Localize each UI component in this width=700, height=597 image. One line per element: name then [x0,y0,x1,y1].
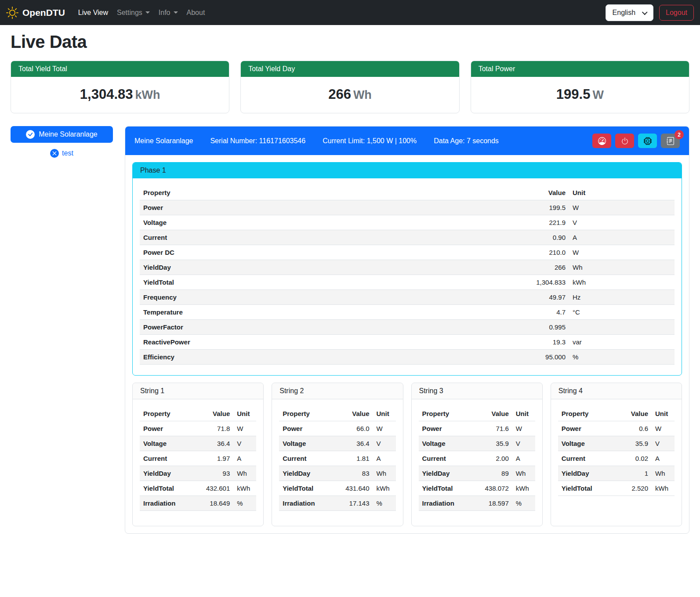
inverter-item-test[interactable]: test [11,149,113,158]
property-cell: YieldDay [140,466,192,481]
value-cell: 66.0 [332,421,373,436]
phase-panel-body: PropertyValueUnitPower199.5WVoltage221.9… [133,178,682,375]
card-value: 199.5W [471,77,689,113]
unit-cell: A [233,451,256,466]
unit-cell: kWh [512,481,535,496]
value-cell: 0.995 [396,320,569,335]
property-cell: YieldTotal [279,481,331,496]
string-card-body: PropertyValueUnitPower71.6WVoltage35.9VC… [412,399,542,526]
property-cell: Power [419,421,471,436]
event-log-button[interactable]: 2 [661,134,680,148]
page-container: Live Data Total Yield Total 1,304.83kWh … [0,32,700,534]
chevron-down-icon [642,9,648,15]
table-row: Power DC210.0W [140,245,675,260]
unit-cell: % [233,496,256,511]
table-row: Voltage35.9V [419,436,535,451]
string-card: String 1 PropertyValueUnitPower71.8WVolt… [132,383,264,526]
table-header-row: PropertyValueUnit [279,406,395,421]
property-cell: Irradiation [140,496,192,511]
property-cell: YieldDay [419,466,471,481]
inverter-action-buttons: 2 [592,134,680,148]
logout-button[interactable]: Logout [659,5,694,21]
main-row: Meine Solaranlage test Meine Solaranlage… [11,126,689,534]
property-cell: Temperature [140,305,396,320]
property-cell: YieldTotal [140,275,396,290]
value-cell: 0.02 [615,451,652,466]
table-row: Power66.0W [279,421,395,436]
table-header-row: PropertyValueUnit [558,406,675,421]
table-row: YieldTotal431.640kWh [279,481,395,496]
string-card-header: String 1 [133,383,263,399]
unit-cell: Wh [652,466,675,481]
string-card: String 2 PropertyValueUnitPower66.0WVolt… [272,383,403,526]
property-cell: ReactivePower [140,335,396,350]
table-row: Frequency49.97Hz [140,290,675,305]
unit-text: Wh [353,88,372,101]
unit-cell: A [569,230,675,245]
power-toggle-button[interactable] [615,134,634,148]
unit-cell: V [512,436,535,451]
nav-item-settings[interactable]: Settings [113,5,153,20]
inverter-sidebar: Meine Solaranlage test [11,126,113,158]
property-cell: Voltage [140,436,192,451]
nav-item-info[interactable]: Info [155,5,181,20]
column-header-unit: Unit [512,406,535,421]
property-cell: PowerFactor [140,320,396,335]
string-card: String 3 PropertyValueUnitPower71.6WVolt… [411,383,543,526]
string-card-body: PropertyValueUnitPower0.6WVoltage35.9VCu… [551,399,682,511]
property-cell: Power [279,421,331,436]
inverter-name: Meine Solaranlage [134,137,193,145]
language-select-value: English [613,9,635,17]
limit-settings-button[interactable] [592,134,611,148]
nav-item-live-view[interactable]: Live View [75,5,112,20]
brand[interactable]: OpenDTU [6,7,65,19]
value-cell: 2.00 [471,451,512,466]
table-row: Power71.8W [140,421,256,436]
property-cell: Power [140,421,192,436]
unit-cell: A [652,451,675,466]
card-header: Total Yield Day [241,61,459,77]
navbar: OpenDTU Live View Settings Info About En… [0,0,700,25]
value-cell: 71.8 [192,421,233,436]
unit-cell: % [373,496,396,511]
property-cell: Frequency [140,290,396,305]
column-header-unit: Unit [373,406,396,421]
device-info-button[interactable] [638,134,657,148]
unit-cell: var [569,335,675,350]
column-header-value: Value [471,406,512,421]
table-row: ReactivePower19.3var [140,335,675,350]
table-row: YieldTotal1,304.833kWh [140,275,675,290]
value-text: 266 [328,87,351,102]
column-header-unit: Unit [652,406,675,421]
property-cell: Irradiation [419,496,471,511]
inverter-select-label: Meine Solaranlage [39,130,97,138]
unit-cell: V [652,436,675,451]
unit-cell: W [569,245,675,260]
value-cell: 0.90 [396,230,569,245]
nav-item-about[interactable]: About [183,5,209,20]
property-cell: YieldTotal [419,481,471,496]
unit-cell: % [569,350,675,365]
value-cell: 35.9 [471,436,512,451]
table-row: Irradiation18.597% [419,496,535,511]
table-row: Efficiency95.000% [140,350,675,365]
unit-cell: Wh [569,260,675,275]
unit-cell: V [373,436,396,451]
value-text: 199.5 [556,87,591,102]
string-card: String 4 PropertyValueUnitPower0.6WVolta… [551,383,682,526]
brand-label: OpenDTU [22,7,65,18]
card-value: 1,304.83kWh [11,77,229,113]
phase-panel: Phase 1 PropertyValueUnitPower199.5WVolt… [132,162,682,376]
unit-cell [569,320,675,335]
value-cell: 431.640 [332,481,373,496]
table-row: Current1.97A [140,451,256,466]
string-card-body: PropertyValueUnitPower66.0WVoltage36.4VC… [272,399,403,526]
inverter-select-button[interactable]: Meine Solaranlage [11,126,113,143]
string-table: PropertyValueUnitPower71.8WVoltage36.4VC… [140,406,256,511]
language-select[interactable]: English [606,4,653,21]
inverter-card-body: Phase 1 PropertyValueUnitPower199.5WVolt… [125,155,689,533]
inverter-card: Meine Solaranlage Serial Number: 1161716… [125,126,689,534]
unit-cell: W [373,421,396,436]
nav-links: Live View Settings Info About [75,5,209,20]
value-cell: 221.9 [396,215,569,230]
